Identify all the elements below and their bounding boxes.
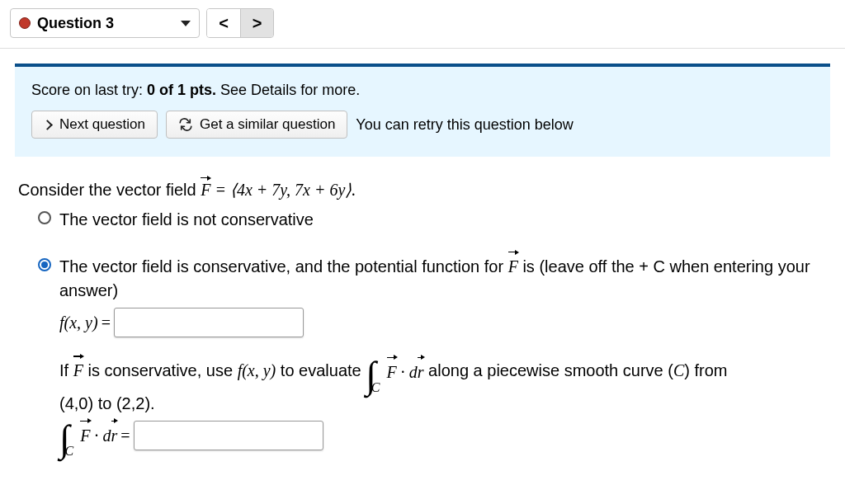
score-suffix: See Details for more.	[216, 82, 360, 98]
similar-question-button[interactable]: Get a similar question	[166, 111, 347, 139]
option1-label: The vector field is not conservative	[59, 208, 827, 232]
equals-1: =	[101, 311, 111, 335]
curve-C: C	[673, 361, 684, 379]
next-question-button-2[interactable]: Next question	[31, 111, 158, 139]
question-body: Consider the vector field F = ⟨4x + 7y, …	[15, 180, 830, 450]
next-question-button[interactable]: >	[240, 9, 273, 37]
score-box: Score on last try: 0 of 1 pts. See Detai…	[15, 64, 830, 157]
retry-icon	[178, 117, 193, 132]
question-selector[interactable]: Question 3	[10, 8, 200, 38]
score-line: Score on last try: 0 of 1 pts. See Detai…	[31, 82, 814, 99]
radio-not-conservative[interactable]	[38, 211, 51, 224]
vector-F: F	[201, 181, 210, 200]
prompt-eq: = ⟨4x + 7y, 7x + 6y⟩.	[210, 181, 356, 199]
option2-text-a: The vector field is conservative, and th…	[59, 257, 508, 276]
option-not-conservative: The vector field is not conservative	[38, 208, 827, 232]
option-conservative: The vector field is conservative, and th…	[38, 255, 827, 450]
line-integral-input[interactable]	[134, 421, 323, 450]
similar-question-label: Get a similar question	[200, 116, 335, 133]
radio-conservative[interactable]	[38, 258, 51, 271]
prompt-pre: Consider the vector field	[18, 181, 201, 199]
equals-2: =	[120, 424, 130, 448]
score-value: 0 of 1 pts.	[147, 82, 216, 98]
ifline-c: to evaluate	[276, 361, 366, 379]
main-content: Score on last try: 0 of 1 pts. See Detai…	[0, 49, 845, 472]
next-question-label: Next question	[59, 116, 145, 133]
retry-hint: You can retry this question below	[356, 116, 574, 134]
vector-F-2: F	[508, 255, 518, 279]
integral-expr-2: ∫C F · dr	[59, 422, 117, 449]
ifline-b: is conservative, use	[83, 361, 238, 379]
vector-F-3: F	[73, 359, 83, 383]
fxy-label: f(x, y)	[59, 311, 98, 335]
potential-function-input[interactable]	[114, 308, 304, 337]
score-prefix: Score on last try:	[31, 82, 147, 98]
status-dot-icon	[19, 17, 31, 29]
chevron-right-icon	[44, 116, 53, 133]
fxy-2: f(x, y)	[238, 361, 276, 379]
integral-expr: ∫C F · dr	[366, 359, 423, 385]
nav-buttons: < >	[206, 8, 274, 38]
prev-question-button[interactable]: <	[207, 9, 240, 37]
ifline-d: along a piecewise smooth curve (	[428, 361, 673, 379]
range-text: (4,0) to (2,2).	[59, 392, 827, 416]
topbar: Question 3 < >	[0, 0, 845, 49]
question-label: Question 3	[37, 15, 114, 32]
chevron-down-icon	[181, 21, 191, 26]
ifline-e: ) from	[684, 361, 727, 379]
prompt: Consider the vector field F = ⟨4x + 7y, …	[18, 180, 827, 200]
ifline-a: If	[59, 361, 73, 379]
